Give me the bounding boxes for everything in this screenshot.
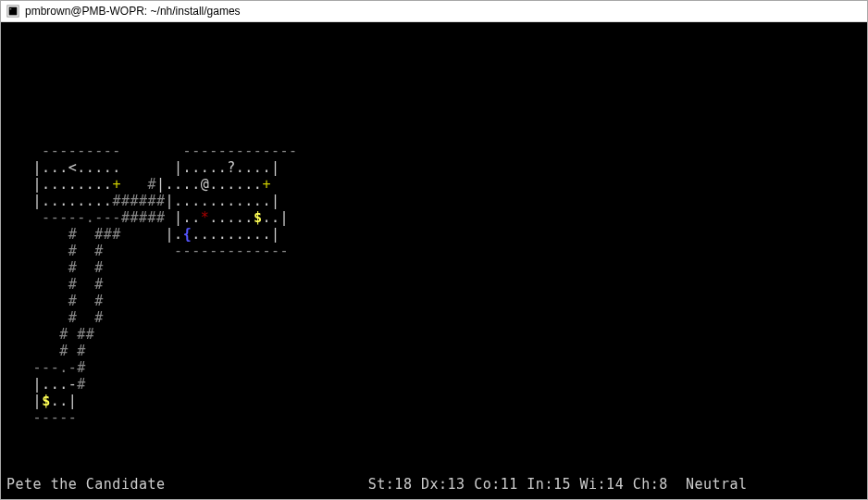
status-line-1: Pete the Candidate St:18 Dx:13 Co:11 In:… [6,476,862,493]
map-row: |$..| [6,393,862,409]
character-stats: St:18 Dx:13 Co:11 In:15 Wi:14 Ch:8 Neutr… [368,476,748,493]
map-row: --------- ------------- [6,143,862,159]
blank-line [6,109,862,126]
map-row: |...-# [6,376,862,393]
blank-line [6,76,862,93]
map-row: # # [6,293,862,309]
map-row: # # [6,309,862,326]
map-row: ---.-# [6,359,862,376]
svg-rect-1 [9,7,18,16]
map-row: |........######|...........| [6,193,862,209]
map-row: ----- [6,409,862,426]
map-row: -----.---##### |..*.....$..| [6,209,862,226]
map-row: # # [6,343,862,359]
map-row: # ## [6,326,862,343]
dungeon-map: --------- ------------- |...<..... |....… [6,143,862,426]
character-name: Pete the Candidate [6,476,166,493]
map-row: # # ------------- [6,243,862,259]
window-title: pmbrown@PMB-WOPR: ~/nh/install/games [25,5,862,18]
blank-line [6,443,862,459]
map-row: |...<..... |.....?....| [6,159,862,176]
svg-rect-2 [10,8,12,9]
blank-line [6,43,862,59]
window-titlebar[interactable]: pmbrown@PMB-WOPR: ~/nh/install/games [1,1,867,22]
map-row: |........+ #|....@......+ [6,176,862,193]
terminal-window: pmbrown@PMB-WOPR: ~/nh/install/games ---… [0,0,868,500]
map-row: # ### |.{.........| [6,226,862,243]
map-row: # # [6,276,862,293]
terminal-icon [6,5,19,18]
terminal-screen[interactable]: --------- ------------- |...<..... |....… [1,22,867,499]
map-row: # # [6,259,862,276]
